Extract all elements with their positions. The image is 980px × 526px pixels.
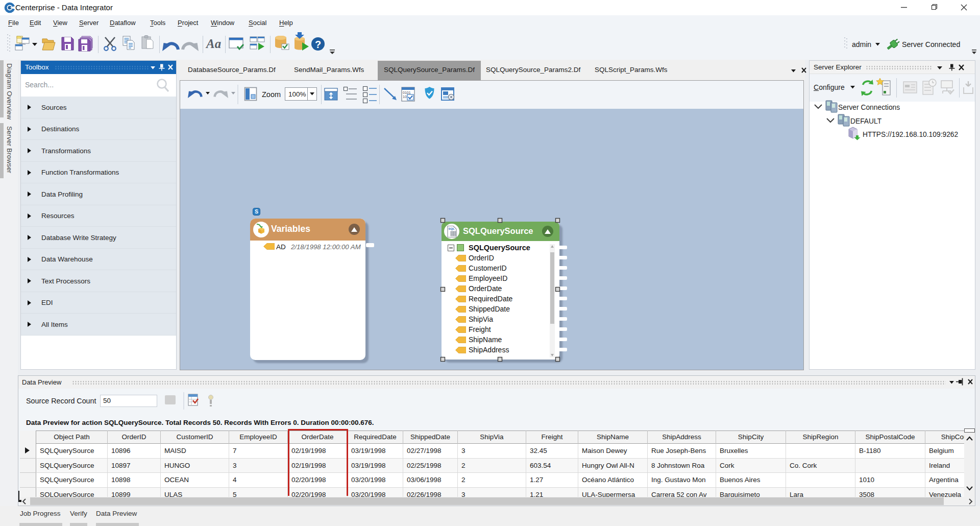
svg-text:10: 10 [403, 95, 407, 99]
svg-text:Aa: Aa [205, 37, 221, 51]
svg-text:?: ? [315, 39, 321, 50]
svg-text:Server Connected: Server Connected [902, 40, 960, 49]
svg-text:0101: 0101 [403, 91, 411, 94]
svg-text:Server Connections: Server Connections [838, 104, 900, 111]
svg-text:admin: admin [852, 40, 871, 49]
svg-text:DEFAULT: DEFAULT [850, 117, 882, 125]
svg-text:Zoom: Zoom [262, 90, 281, 99]
svg-text:HTTPS://192.168.10.109:9262: HTTPS://192.168.10.109:9262 [863, 131, 958, 138]
svg-text:100%: 100% [288, 90, 306, 98]
